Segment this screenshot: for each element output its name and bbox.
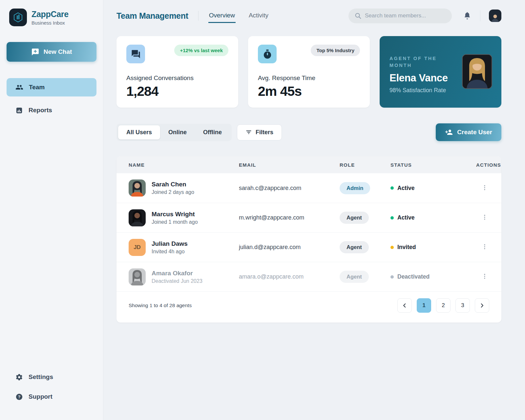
search-icon <box>354 12 362 19</box>
svg-text:?: ? <box>18 394 21 399</box>
column-name: NAME <box>129 162 239 168</box>
user-avatar: JD <box>129 239 146 256</box>
role-badge: Agent <box>340 241 369 253</box>
sidebar-item-label: Reports <box>29 107 52 114</box>
stopwatch-icon <box>258 45 277 63</box>
status-label: Deactivated <box>397 273 430 280</box>
notifications-bell-button[interactable] <box>463 11 472 20</box>
sidebar: ZappCare Business Inbox New Chat TeamRep… <box>0 0 103 420</box>
people-icon <box>15 83 23 91</box>
user-avatar-icon <box>490 13 500 22</box>
pagination-summary: Showing 1 to 4 of 28 agents <box>129 303 192 308</box>
sidebar-nav: TeamReports <box>7 78 96 124</box>
kebab-icon <box>481 273 488 281</box>
member-meta: Invited 4h ago <box>152 249 188 255</box>
filters-button[interactable]: Filters <box>237 124 282 140</box>
divider <box>198 11 199 21</box>
page-button-3[interactable]: 3 <box>455 298 470 313</box>
help-icon: ? <box>15 393 23 401</box>
pagination: 123 <box>397 298 489 313</box>
gear-icon <box>15 373 23 381</box>
status-label: Active <box>397 214 415 221</box>
sidebar-item-support[interactable]: ?Support <box>7 388 96 405</box>
agent-of-month-photo <box>462 54 492 89</box>
member-meta: Deactivated Jun 2023 <box>152 278 202 284</box>
kebab-icon <box>481 184 488 192</box>
kebab-icon <box>481 214 488 222</box>
header-tabs: OverviewActivity <box>208 9 269 23</box>
member-meta: Joined 2 days ago <box>152 189 194 195</box>
trend-badge: +12% vs last week <box>174 45 228 56</box>
row-actions-button[interactable] <box>480 271 489 282</box>
team-table: NAME EMAIL ROLE STATUS ACTIONS Sarah Che… <box>116 156 501 323</box>
stats-row: +12% vs last week Assigned Conversations… <box>116 36 501 108</box>
table-row: Amara OkaforDeactivated Jun 2023amara.o@… <box>116 262 501 291</box>
status-dot <box>390 246 394 249</box>
member-meta: Joined 1 month ago <box>152 219 198 225</box>
page-button-2[interactable]: 2 <box>436 298 451 313</box>
new-chat-label: New Chat <box>44 48 72 55</box>
row-actions-button[interactable] <box>480 242 489 253</box>
filters-button-label: Filters <box>256 129 273 136</box>
agent-of-month-card: AGENT OF THE MONTH Elena Vance 98% Satis… <box>380 36 501 108</box>
app-tagline: Business Inbox <box>32 20 69 26</box>
chart-icon <box>15 107 23 114</box>
main-content: Team Management OverviewActivity <box>103 0 525 420</box>
brand-text: ZappCare Business Inbox <box>32 10 69 26</box>
row-actions-button[interactable] <box>480 183 489 194</box>
table-row: JDJulian DawsInvited 4h agojulian.d@zapp… <box>116 232 501 262</box>
row-actions-button[interactable] <box>480 212 489 223</box>
page-title: Team Management <box>116 11 188 21</box>
table-body: Sarah ChenJoined 2 days agosarah.c@zappc… <box>116 173 501 291</box>
table-row: Sarah ChenJoined 2 days agosarah.c@zappc… <box>116 173 501 203</box>
stat-label: Avg. Response Time <box>258 74 360 82</box>
topbar: Team Management OverviewActivity <box>116 5 501 26</box>
segment-all-users[interactable]: All Users <box>118 125 160 139</box>
app-name: ZappCare <box>32 10 69 19</box>
table-footer: Showing 1 to 4 of 28 agents 123 <box>116 291 501 323</box>
prev-page-button[interactable] <box>397 298 412 313</box>
toolbar: All UsersOnlineOffline Filters Create Us… <box>116 123 501 141</box>
search-box[interactable] <box>348 9 452 23</box>
user-avatar <box>129 268 146 285</box>
chat-plus-icon <box>31 48 39 56</box>
user-avatar-button[interactable] <box>489 10 501 22</box>
app-root: ZappCare Business Inbox New Chat TeamRep… <box>0 0 525 420</box>
column-role: ROLE <box>340 162 390 168</box>
next-page-button[interactable] <box>475 298 489 313</box>
sidebar-item-reports[interactable]: Reports <box>7 101 96 119</box>
segment-offline[interactable]: Offline <box>195 125 230 139</box>
status-dot <box>390 275 394 279</box>
sidebar-item-team[interactable]: Team <box>7 78 96 96</box>
user-avatar <box>129 209 146 226</box>
tab-activity[interactable]: Activity <box>248 9 269 23</box>
segment-online[interactable]: Online <box>160 125 195 139</box>
status-label: Invited <box>397 244 416 251</box>
page-button-1[interactable]: 1 <box>417 298 431 313</box>
user-avatar <box>129 179 146 197</box>
chat-bubbles-icon <box>126 45 145 63</box>
table-row: Marcus WrightJoined 1 month agom.wright@… <box>116 203 501 232</box>
tab-overview[interactable]: Overview <box>208 9 236 23</box>
stat-card-response-time: Top 5% Industry Avg. Response Time 2m 45… <box>248 36 370 108</box>
member-name: Julian Daws <box>152 240 188 247</box>
sidebar-item-settings[interactable]: Settings <box>7 369 96 385</box>
new-chat-button[interactable]: New Chat <box>7 42 96 62</box>
column-email: EMAIL <box>239 162 340 168</box>
sidebar-item-label: Settings <box>29 373 53 381</box>
divider <box>480 10 480 21</box>
status-dot <box>390 216 394 220</box>
stat-card-conversations: +12% vs last week Assigned Conversations… <box>116 36 238 108</box>
search-input[interactable] <box>365 12 446 19</box>
role-badge: Agent <box>340 271 369 283</box>
create-user-button[interactable]: Create User <box>436 123 501 141</box>
member-email: amara.o@zappcare.com <box>239 273 340 280</box>
brand: ZappCare Business Inbox <box>9 9 94 26</box>
stat-label: Assigned Conversations <box>126 74 228 82</box>
bell-icon <box>463 11 472 20</box>
app-logo-icon <box>9 9 27 26</box>
create-user-label: Create User <box>457 129 492 136</box>
member-name: Sarah Chen <box>152 181 194 188</box>
industry-badge: Top 5% Industry <box>311 45 360 56</box>
column-actions: ACTIONS <box>476 162 489 168</box>
